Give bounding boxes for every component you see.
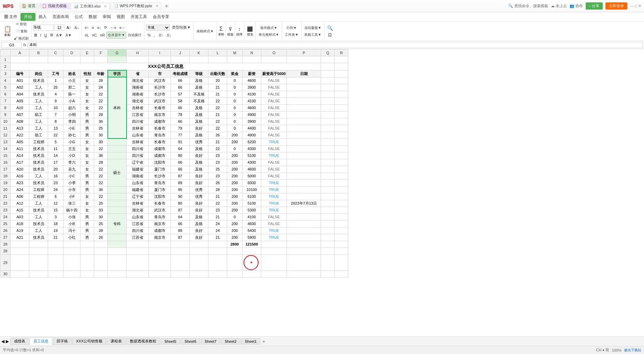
- cell-E25[interactable]: 男: [80, 220, 94, 227]
- cell-D7[interactable]: 小A: [63, 98, 80, 104]
- align-center-btn[interactable]: ≡C: [91, 32, 98, 39]
- cell-col16-30[interactable]: [321, 270, 335, 277]
- cell-H27[interactable]: 江苏省: [127, 234, 149, 241]
- cell-F1[interactable]: [94, 56, 108, 63]
- cell-D25[interactable]: 小B: [63, 220, 80, 227]
- cell-E11[interactable]: 男: [80, 125, 94, 132]
- cell-E8[interactable]: 女: [80, 104, 94, 111]
- cell-A12[interactable]: A22: [11, 132, 29, 138]
- cell-A19[interactable]: A23: [11, 179, 29, 186]
- cell-D14[interactable]: 王五: [63, 145, 80, 152]
- cell-K18[interactable]: 良好: [190, 173, 208, 179]
- cell-K23[interactable]: 良好: [190, 207, 208, 213]
- cell-N23[interactable]: 5300: [243, 207, 261, 213]
- cell-col3-29[interactable]: [63, 254, 80, 270]
- cell-R26[interactable]: [335, 227, 348, 234]
- cell-K10[interactable]: 及格: [190, 118, 208, 125]
- cell-L20[interactable]: 28: [208, 186, 227, 193]
- cell-J18[interactable]: 87: [171, 173, 190, 179]
- cell-E12[interactable]: 男: [80, 132, 94, 138]
- col-header-Q[interactable]: Q: [321, 49, 335, 56]
- cell-K1[interactable]: [190, 56, 208, 63]
- col-header-P[interactable]: P: [287, 49, 321, 56]
- cell-col17-30[interactable]: [335, 270, 348, 277]
- cell-M14[interactable]: 0: [227, 145, 243, 152]
- cell-O10[interactable]: FALSE: [261, 118, 287, 125]
- col-header-J[interactable]: J: [171, 49, 190, 56]
- cell-col6-29[interactable]: [108, 254, 127, 270]
- col-header-K[interactable]: K: [190, 49, 208, 56]
- cell-F20[interactable]: 36: [94, 186, 108, 193]
- cell-I1[interactable]: [149, 56, 171, 63]
- dec-dec-btn[interactable]: .0↓: [165, 32, 173, 39]
- cell-B12[interactable]: 助工: [29, 132, 48, 138]
- cell-col5-29[interactable]: [94, 254, 108, 270]
- cell-I9[interactable]: 南京市: [149, 111, 171, 118]
- cell-B16[interactable]: 技术员: [29, 159, 48, 166]
- menu-insert[interactable]: 插入: [36, 13, 49, 21]
- row-header-29[interactable]: 29: [0, 254, 11, 270]
- cell-Q17[interactable]: [321, 166, 335, 173]
- cell-col13-29[interactable]: ★: [243, 254, 261, 270]
- cell-G24[interactable]: 专科: [108, 213, 127, 234]
- cell-B9[interactable]: 助工: [29, 111, 48, 118]
- cell-G21[interactable]: [108, 193, 127, 200]
- cell-col9-29[interactable]: [171, 254, 190, 270]
- cell-F5[interactable]: 24: [94, 84, 108, 91]
- header-xl[interactable]: 学历: [108, 70, 127, 77]
- col-header-G[interactable]: G: [108, 49, 127, 56]
- cell-A24[interactable]: A03: [11, 213, 29, 220]
- cell-C1[interactable]: [48, 56, 63, 63]
- sheet-tab-grades[interactable]: 成绩表: [10, 338, 29, 345]
- cell-E23[interactable]: 女: [80, 207, 94, 213]
- cell-col0-28[interactable]: [11, 248, 29, 254]
- cell-J16[interactable]: 66: [171, 159, 190, 166]
- cell-E9[interactable]: 男: [80, 111, 94, 118]
- cell-M16[interactable]: 200: [227, 159, 243, 166]
- cell-L28[interactable]: [208, 241, 227, 248]
- cell-H12[interactable]: 山东省: [127, 132, 149, 138]
- menu-data[interactable]: 数据: [86, 13, 100, 21]
- cell-E14[interactable]: 女: [80, 145, 94, 152]
- cell-F17[interactable]: 22: [94, 166, 108, 173]
- cell-F4[interactable]: 28: [94, 77, 108, 84]
- cell-C16[interactable]: 17: [48, 159, 63, 166]
- table-tool-btn[interactable]: 表格工具▼: [303, 31, 323, 38]
- italic-button[interactable]: I: [39, 32, 43, 39]
- cell-col4-29[interactable]: [80, 254, 94, 270]
- cell-N22[interactable]: 5100: [243, 200, 261, 207]
- cell-H20[interactable]: 福建省: [127, 186, 149, 193]
- cell-H24[interactable]: 山东省: [127, 213, 149, 220]
- cell-M17[interactable]: 200: [227, 166, 243, 173]
- next-sheet-btn[interactable]: ▶: [6, 339, 9, 344]
- col-header-F[interactable]: F: [94, 49, 108, 56]
- cell-R2[interactable]: [335, 63, 348, 71]
- sheet-tab-course[interactable]: 课程表: [107, 338, 126, 345]
- cell-R23[interactable]: [335, 207, 348, 213]
- cell-G23[interactable]: [108, 207, 127, 213]
- cell-E22[interactable]: 女: [80, 200, 94, 207]
- cell-Q19[interactable]: [321, 179, 335, 186]
- cell-B1[interactable]: [29, 56, 48, 63]
- cell-C28[interactable]: [48, 241, 63, 248]
- cell-I5[interactable]: 长沙市: [149, 84, 171, 91]
- cell-col12-30[interactable]: [227, 270, 243, 277]
- cell-Q12[interactable]: [321, 132, 335, 138]
- input-mode[interactable]: CH ♦ 简: [596, 348, 609, 353]
- row-header-23[interactable]: 23: [0, 207, 11, 213]
- cell-I18[interactable]: 长沙市: [149, 173, 171, 179]
- cell-J22[interactable]: 80: [171, 200, 190, 207]
- cell-C13[interactable]: 5: [48, 138, 63, 145]
- header-cc[interactable]: 出勤天数: [208, 70, 227, 77]
- increase-font-btn[interactable]: A↑: [65, 24, 72, 31]
- cell-L9[interactable]: 21: [208, 111, 227, 118]
- cell-P5[interactable]: [287, 84, 321, 91]
- cell-L8[interactable]: 22: [208, 104, 227, 111]
- cell-B19[interactable]: 技术员: [29, 179, 48, 186]
- cell-I19[interactable]: 青岛市: [149, 179, 171, 186]
- cell-P13[interactable]: [287, 138, 321, 145]
- cell-L24[interactable]: 21: [208, 213, 227, 220]
- cell-I7[interactable]: 武汉市: [149, 98, 171, 104]
- sheet-tab-employees[interactable]: 员工信息: [30, 338, 52, 345]
- cell-P4[interactable]: [287, 77, 321, 84]
